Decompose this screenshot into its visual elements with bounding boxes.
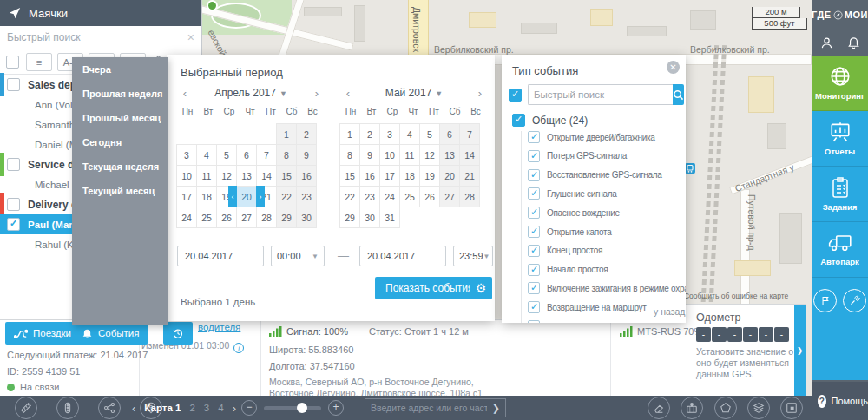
map-page-active[interactable]: Карта 1 (144, 403, 181, 413)
calendar-day[interactable]: 30 (359, 207, 380, 228)
calendar-day[interactable]: 15 (339, 165, 360, 187)
ruler-button[interactable] (15, 397, 37, 419)
map-page[interactable]: 3 (204, 403, 209, 413)
close-icon[interactable]: ✕ (667, 61, 680, 74)
period-preset-item[interactable]: Прошлый месяц (72, 106, 168, 130)
to-time-select[interactable]: 23:59▼ (453, 246, 493, 266)
history-button[interactable] (163, 322, 193, 345)
calendar-day[interactable]: 24 (379, 186, 400, 207)
calendar-day[interactable]: 4 (399, 123, 420, 145)
event-type-item[interactable]: Возвращение на маршрут (528, 301, 647, 313)
period-preset-item[interactable]: Текущая неделя (72, 154, 168, 179)
event-type-item[interactable]: Начало простоя (528, 264, 608, 276)
from-time-select[interactable]: 00:00▼ (271, 246, 325, 266)
collapse-group-icon[interactable]: — (665, 115, 675, 127)
map-page[interactable]: 2 (189, 403, 194, 413)
calendar-day[interactable]: 10 (176, 165, 197, 187)
odometer-digits[interactable]: ------ (696, 325, 790, 342)
minimap-button[interactable] (780, 397, 803, 419)
event-type-item[interactable]: Потеря GPS-сигнала (528, 150, 627, 162)
event-search-input[interactable] (528, 84, 673, 105)
odometer-digit[interactable]: - (759, 327, 773, 342)
calendar-day[interactable]: 29 (276, 207, 297, 228)
event-type-item[interactable] (528, 320, 547, 323)
calendar-day[interactable]: 8 (339, 144, 360, 166)
vehicle-checkbox[interactable] (7, 218, 20, 231)
events-button[interactable]: События (73, 322, 148, 345)
next-month-icon[interactable]: › (472, 87, 488, 100)
event-type-item[interactable]: Включение зажигания в режиме охраны (528, 282, 686, 294)
calendar-day[interactable]: 14 (256, 165, 277, 187)
period-preset-item[interactable]: Вчера (72, 57, 168, 82)
calendar-day[interactable]: 5 (216, 144, 237, 166)
calendar-day[interactable]: 29 (339, 207, 360, 228)
select-all-events-checkbox[interactable] (509, 89, 522, 102)
calendar-day[interactable]: 22 (276, 186, 297, 207)
calendar-day[interactable]: 6 (439, 123, 460, 145)
group-checkbox[interactable] (7, 158, 20, 171)
month-dropdown-icon[interactable]: ▼ (435, 89, 443, 98)
event-checkbox[interactable] (528, 169, 540, 181)
calendar-day[interactable]: 25 (196, 207, 217, 228)
calendar-day[interactable]: 5 (419, 123, 440, 145)
calendar-day[interactable]: 13 (439, 144, 460, 166)
calendar-day[interactable]: 12 (216, 165, 237, 187)
event-type-item[interactable]: Восстановление GPS-сигнала (528, 169, 662, 181)
prev-month-icon[interactable]: ‹ (177, 87, 193, 100)
calendar-day[interactable]: 6 (236, 144, 257, 166)
event-checkbox[interactable] (528, 187, 540, 200)
calendar-day[interactable]: 20 (439, 165, 460, 187)
calendar-day[interactable]: 10 (379, 144, 400, 166)
nav-monitoring[interactable]: Мониторинг (812, 56, 868, 111)
nav-tasks[interactable]: Задания (812, 167, 868, 222)
calendar-day[interactable]: 1 (276, 123, 297, 145)
extend-range-left-icon[interactable]: ‹ (228, 186, 237, 207)
calendar-day[interactable]: 26 (216, 207, 237, 228)
prev-month-icon[interactable]: ‹ (340, 87, 356, 100)
share-button[interactable] (98, 397, 121, 419)
calendar-day[interactable]: 4 (196, 144, 217, 166)
calendar-day[interactable]: 28 (459, 186, 480, 207)
period-preset-item[interactable]: Сегодня (72, 130, 168, 154)
zoom-slider[interactable] (264, 406, 321, 410)
calendar-day[interactable]: 18 (399, 165, 420, 187)
address-go-icon[interactable]: ❯ (492, 403, 505, 414)
group-checkbox[interactable] (7, 198, 20, 211)
list-view-button[interactable]: ≡ (26, 53, 52, 71)
calendar-day[interactable]: 2 (359, 123, 380, 145)
calendar-day[interactable]: 16 (296, 165, 317, 187)
event-type-item[interactable]: Конец простоя (528, 245, 602, 257)
expand-panel-handle[interactable]: ❯ (794, 305, 806, 396)
event-type-item[interactable]: Открытие дверей/багажника (528, 131, 655, 143)
beacons-search-input[interactable] (7, 31, 187, 43)
calendar-day[interactable]: 9 (296, 144, 317, 166)
calendar-day[interactable]: 11 (196, 165, 217, 187)
nav-reports[interactable]: Отчеты (812, 111, 868, 167)
calendar-day[interactable]: 23 (296, 186, 317, 207)
calendar-day[interactable]: 18 (196, 186, 217, 207)
period-settings-button[interactable]: ⚙ (470, 277, 492, 299)
event-checkbox[interactable] (528, 131, 540, 143)
calendar-day[interactable]: 26 (419, 186, 440, 207)
group-checkbox[interactable] (7, 78, 20, 91)
events-group-checkbox[interactable] (512, 114, 525, 127)
eraser-button[interactable] (648, 397, 670, 419)
event-search-button[interactable] (673, 84, 684, 105)
next-month-icon[interactable]: › (309, 87, 325, 100)
calendar-day[interactable]: 2 (296, 123, 317, 145)
period-preset-item[interactable]: Текущий месяц (72, 179, 168, 203)
notifications-bell-icon[interactable] (847, 36, 860, 49)
select-all-checkbox[interactable] (6, 56, 19, 69)
event-type-item[interactable]: Опасное вождение (528, 207, 620, 219)
settings-wrench-button[interactable] (843, 289, 866, 312)
calendar-day[interactable]: 24 (176, 207, 197, 228)
zoom-in-button[interactable]: + (328, 400, 344, 416)
calendar-day[interactable]: 25 (399, 186, 420, 207)
calendar-day[interactable]: 1 (339, 123, 360, 145)
odometer-digit[interactable]: - (712, 327, 727, 342)
calendar-day[interactable]: 19 (419, 165, 440, 187)
odometer-digit[interactable]: - (696, 327, 711, 342)
geofence-button[interactable] (714, 397, 737, 419)
trips-button[interactable]: Поездки (5, 322, 80, 345)
period-preset-item[interactable]: Прошлая неделя (72, 82, 168, 106)
